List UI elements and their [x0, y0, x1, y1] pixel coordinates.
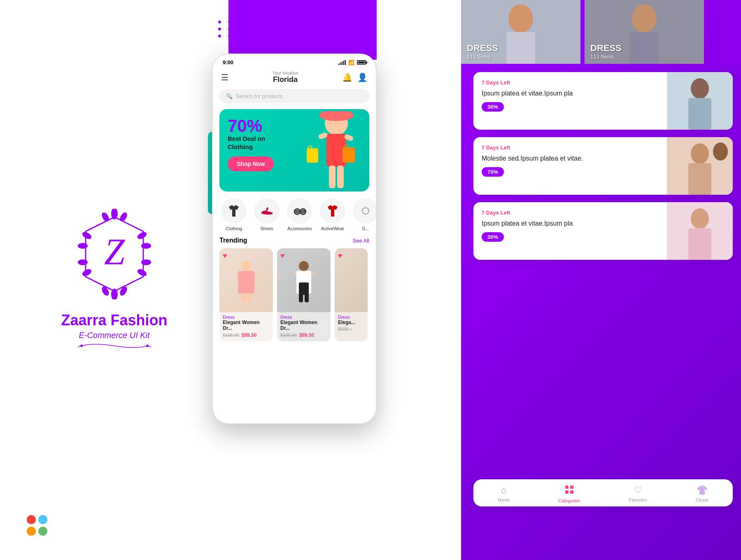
wishlist-icon-2[interactable]: ♥ [280, 252, 285, 260]
svg-rect-71 [565, 490, 569, 494]
svg-point-40 [241, 261, 251, 271]
signal-icon [338, 60, 346, 65]
search-bar[interactable]: 🔍 Serach for products [219, 89, 369, 103]
svg-point-11 [141, 259, 151, 265]
svg-rect-45 [247, 293, 251, 302]
sale-cards: 7 Days Left Ipsum platea et vitae.Ipsum … [473, 72, 733, 260]
status-bar: 9:00 📶 [213, 54, 376, 69]
svg-point-2 [100, 211, 110, 223]
product-img-3: ♥ [335, 248, 368, 312]
rnav-categories-icon [565, 485, 574, 497]
dress-card-1[interactable]: DRESS 113 Items [461, 0, 580, 64]
rnav-categories[interactable]: Categories [558, 485, 580, 503]
dress-card-1-overlay: DRESS 113 Items [461, 39, 504, 64]
svg-rect-44 [241, 293, 245, 302]
accessories-icon [287, 198, 312, 224]
phone-frame: 9:00 📶 ☰ Your location Florida [212, 54, 377, 424]
right-panel: DRESS 113 Items DRESS 113 Items 7 Days L… [461, 0, 741, 560]
promo-banner[interactable]: 70% Best Deal on Clothing Shop Now [219, 109, 369, 191]
dress-cards-top: DRESS 113 Items DRESS 113 Items [461, 0, 741, 64]
svg-rect-33 [337, 166, 344, 188]
figma-icon [25, 513, 49, 539]
discount-badge-3: 30% [482, 232, 504, 242]
trending-header: Trending See All [213, 231, 376, 248]
sale-card-3[interactable]: 7 Days Left Ipsum platea et vitae.Ipsum … [473, 202, 733, 260]
wishlist-icon-3[interactable]: ♥ [338, 252, 343, 260]
rnav-favorites[interactable]: ♡ Favorites [629, 485, 647, 503]
status-time: 9:00 [223, 59, 233, 65]
location-city: Florida [272, 75, 298, 84]
svg-rect-41 [238, 271, 254, 294]
menu-icon[interactable]: ☰ [221, 72, 228, 82]
right-bottom-nav: ⌂ Home Categories ♡ Favorites 👚 Closet [473, 479, 733, 506]
search-placeholder: Serach for products [236, 93, 282, 99]
categories-row: Clothing Shoes [213, 191, 376, 231]
svg-point-13 [100, 285, 110, 297]
svg-rect-48 [299, 282, 309, 295]
location-display: Your location Florida [272, 70, 298, 84]
svg-point-60 [691, 78, 709, 99]
product-card-1[interactable]: ♥ Dress Elegant Women Dr... $106.00 [219, 248, 273, 341]
svg-point-46 [299, 261, 309, 271]
phone-header: ☰ Your location Florida 🔔 👤 [213, 69, 376, 89]
location-label: Your location [272, 70, 298, 75]
category-accessories[interactable]: Accessories [285, 198, 314, 231]
phone-mockup: 9:00 📶 ☰ Your location Florida [212, 54, 377, 424]
product-card-2[interactable]: ♥ Dress Elegant Women Dr... [277, 248, 331, 341]
brand-name: Zaarra Fashion E-Commerce UI Kit [61, 312, 167, 352]
search-icon: 🔍 [226, 93, 233, 99]
svg-point-4 [81, 230, 93, 240]
sale-card-1-img [667, 72, 733, 130]
product-img-2: ♥ [277, 248, 331, 312]
svg-point-65 [713, 142, 728, 161]
rnav-home-icon: ⌂ [501, 485, 506, 496]
trending-title: Trending [219, 237, 247, 244]
sale-card-2[interactable]: 7 Days Left Molestie sed.Ipsum platea et… [473, 137, 733, 195]
category-clothing[interactable]: Clothing [219, 198, 248, 231]
status-icons: 📶 [338, 60, 366, 65]
discount-badge-2: 70% [482, 167, 504, 177]
sale-card-2-info: 7 Days Left Molestie sed.Ipsum platea et… [473, 137, 667, 195]
category-gems[interactable]: G... [351, 198, 376, 231]
product-info-2: Dress Elegant Women Dr... $106.00 $89.50 [277, 312, 331, 341]
notification-icon[interactable]: 🔔 [342, 72, 352, 82]
sale-card-1-info: 7 Days Left Ipsum platea et vitae.Ipsum … [473, 72, 667, 130]
category-activewear[interactable]: ActiveWear [318, 198, 347, 231]
product-info-3: Dress Elega... $106... [335, 312, 368, 335]
wishlist-icon-1[interactable]: ♥ [223, 252, 227, 260]
svg-point-10 [136, 267, 148, 277]
brand-logo: Z [69, 209, 160, 299]
svg-rect-69 [565, 485, 569, 489]
activewear-icon [320, 198, 345, 224]
product-info-1: Dress Elegant Women Dr... $106.00 $89.50 [219, 312, 273, 341]
svg-rect-68 [688, 228, 711, 260]
svg-point-14 [118, 285, 128, 297]
product-prices-2: $106.00 $89.50 [280, 332, 327, 338]
svg-rect-21 [38, 527, 47, 536]
svg-rect-64 [688, 163, 711, 195]
svg-point-36 [295, 210, 300, 214]
gems-icon [353, 198, 376, 224]
svg-rect-20 [38, 515, 47, 524]
product-card-3[interactable]: ♥ Dress Elega... $106... [335, 248, 368, 341]
product-img-1: ♥ [219, 248, 273, 312]
profile-icon[interactable]: 👤 [357, 72, 368, 82]
battery-icon [357, 60, 366, 65]
svg-point-6 [136, 230, 148, 240]
svg-text:Z: Z [104, 231, 125, 272]
rnav-closet[interactable]: 👚 Closet [696, 485, 708, 503]
wifi-icon: 📶 [348, 60, 354, 65]
sale-card-1[interactable]: 7 Days Left Ipsum platea et vitae.Ipsum … [473, 72, 733, 130]
category-shoes[interactable]: Shoes [252, 198, 281, 231]
svg-rect-52 [305, 294, 309, 302]
svg-point-5 [78, 243, 88, 249]
svg-rect-30 [343, 147, 355, 163]
rnav-home[interactable]: ⌂ Home [498, 485, 510, 503]
dress-card-2[interactable]: DRESS 113 Items [585, 0, 704, 64]
shoes-icon [254, 198, 280, 224]
sale-card-3-info: 7 Days Left Ipsum platea et vitae.Ipsum … [473, 202, 667, 260]
see-all-link[interactable]: See All [353, 238, 369, 244]
svg-point-3 [118, 211, 128, 223]
shop-now-button[interactable]: Shop Now [228, 156, 274, 171]
product-prices-1: $106.00 $89.50 [223, 332, 270, 338]
